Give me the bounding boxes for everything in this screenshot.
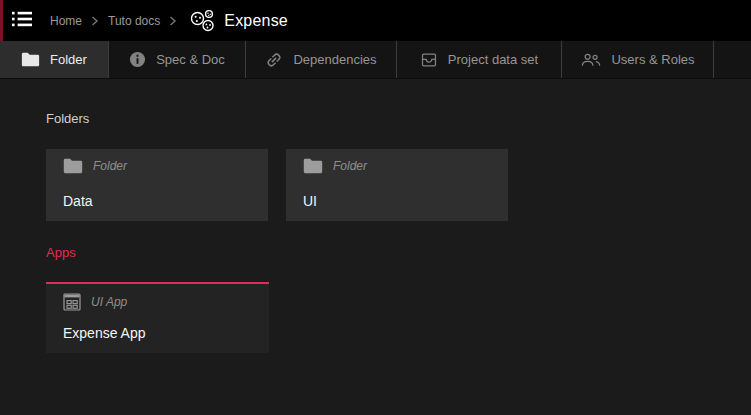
list-menu-icon: [12, 11, 32, 30]
tab-bar: Folder Spec & Doc Dependencies: [0, 41, 751, 79]
folder-card-ui[interactable]: Folder UI: [286, 149, 508, 221]
app-card-expense-app[interactable]: UI App Expense App: [46, 282, 269, 353]
tab-users-roles[interactable]: Users & Roles: [562, 41, 714, 78]
tab-folder[interactable]: Folder: [0, 41, 109, 78]
tab-dependencies[interactable]: Dependencies: [246, 41, 397, 78]
content-area: Folders Folder Data: [0, 79, 751, 415]
top-bar: Home Tuto docs: [0, 0, 751, 41]
users-icon: [580, 52, 601, 68]
card-header: Folder: [303, 158, 494, 174]
tab-label: Dependencies: [293, 52, 376, 67]
folders-card-row: Folder Data Folder UI: [46, 149, 751, 221]
chevron-right-icon: [169, 16, 177, 26]
project-icon: [189, 9, 216, 33]
breadcrumb-link-home[interactable]: Home: [50, 14, 82, 28]
card-type-label: Folder: [93, 159, 127, 173]
tab-project-data-set[interactable]: Project data set: [397, 41, 562, 78]
tab-bar-filler: [714, 41, 751, 78]
window-accent-bar: [0, 0, 3, 41]
card-header: Folder: [63, 158, 254, 174]
card-title: Data: [63, 193, 254, 209]
link-icon: [265, 51, 283, 69]
card-type-label: UI App: [91, 295, 127, 309]
page-title: Expense: [224, 12, 288, 30]
folder-icon: [303, 158, 323, 174]
card-header: UI App: [63, 293, 255, 311]
app-window: Home Tuto docs: [0, 0, 751, 415]
folder-icon: [21, 52, 40, 67]
breadcrumb: Home Tuto docs: [50, 9, 288, 33]
card-title: Expense App: [63, 325, 255, 341]
folder-card-data[interactable]: Folder Data: [46, 149, 268, 221]
info-icon: [129, 51, 146, 68]
tab-label: Folder: [50, 52, 87, 67]
dataset-drawer-icon: [420, 51, 438, 69]
tab-label: Users & Roles: [611, 52, 694, 67]
card-title: UI: [303, 193, 494, 209]
breadcrumb-link-tuto-docs[interactable]: Tuto docs: [108, 14, 160, 28]
main-menu-button[interactable]: [12, 11, 32, 30]
folder-icon: [63, 158, 83, 174]
folders-section-title: Folders: [46, 111, 751, 126]
tab-label: Spec & Doc: [156, 52, 225, 67]
ui-app-icon: [63, 293, 81, 311]
tab-label: Project data set: [448, 52, 538, 67]
chevron-right-icon: [91, 16, 99, 26]
tab-spec-doc[interactable]: Spec & Doc: [109, 41, 246, 78]
apps-section-title: Apps: [46, 245, 751, 260]
card-type-label: Folder: [333, 159, 367, 173]
